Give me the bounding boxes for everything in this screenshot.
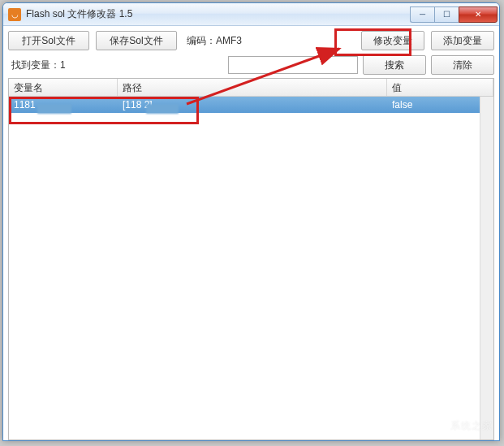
vertical-scrollbar[interactable] — [480, 97, 493, 440]
window-controls: ─ ☐ ✕ — [410, 6, 498, 23]
modify-var-button[interactable]: 修改变量 — [361, 31, 424, 50]
app-window: Flash sol 文件修改器 1.5 ─ ☐ ✕ 打开Sol文件 保存Sol文… — [2, 2, 500, 441]
maximize-button[interactable]: ☐ — [434, 6, 459, 23]
content-area: 打开Sol文件 保存Sol文件 编码：AMF3 修改变量 添加变量 找到变量：1… — [3, 26, 499, 441]
window-title: Flash sol 文件修改器 1.5 — [26, 7, 132, 21]
col-header-value[interactable]: 值 — [387, 79, 493, 96]
col-header-path[interactable]: 路径 — [118, 79, 387, 96]
add-var-button[interactable]: 添加变量 — [431, 31, 494, 50]
search-button[interactable]: 搜索 — [363, 55, 426, 75]
open-sol-button[interactable]: 打开Sol文件 — [8, 31, 89, 50]
toolbar: 打开Sol文件 保存Sol文件 编码：AMF3 修改变量 添加变量 — [8, 31, 494, 50]
encoding-label: 编码：AMF3 — [187, 34, 242, 48]
app-icon — [8, 8, 21, 21]
search-row: 找到变量：1 搜索 清除 — [8, 55, 494, 75]
table-header: 变量名 路径 值 — [9, 79, 493, 97]
clear-button[interactable]: 清除 — [431, 55, 494, 75]
search-input[interactable] — [228, 56, 358, 74]
col-header-name[interactable]: 变量名 — [9, 79, 118, 96]
found-count-label: 找到变量：1 — [8, 58, 66, 72]
titlebar[interactable]: Flash sol 文件修改器 1.5 ─ ☐ ✕ — [3, 3, 499, 26]
redaction-patch — [146, 104, 179, 114]
table-row[interactable]: 1181 [118 2] false — [9, 97, 493, 113]
redaction-patch — [37, 104, 71, 114]
close-button[interactable]: ✕ — [459, 6, 498, 23]
save-sol-button[interactable]: 保存Sol文件 — [96, 31, 177, 50]
minimize-button[interactable]: ─ — [410, 6, 434, 23]
cell-value: false — [387, 97, 493, 112]
variable-table: 变量名 路径 值 1181 [118 2] false — [8, 78, 494, 440]
